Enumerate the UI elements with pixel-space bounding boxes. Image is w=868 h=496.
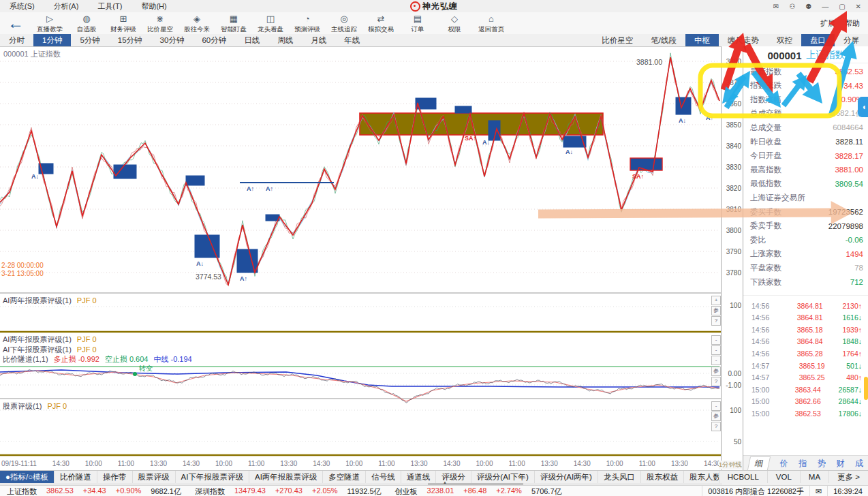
bottom-tab-5[interactable]: AI两年报股票评级	[249, 471, 323, 483]
period-tab-0[interactable]: 分时	[0, 34, 33, 46]
menu-item-2[interactable]: 工具(T)	[88, 1, 131, 12]
panel-button-1[interactable]: 参	[711, 306, 721, 315]
user-icon[interactable]: ⚇	[789, 3, 795, 10]
toolbar-item-1[interactable]: ◍自选股	[68, 14, 105, 33]
toolbar-item-4[interactable]: ◈股往今来	[179, 14, 215, 33]
panel-button-4[interactable]: -	[711, 345, 721, 355]
view-tab-1[interactable]: 笔/线段	[642, 34, 685, 46]
view-tab-4[interactable]: 双控	[768, 34, 801, 46]
period-tab-9[interactable]: 年线	[335, 34, 369, 46]
view-tab-0[interactable]: 比价星空	[593, 34, 642, 46]
bottom-tab-9[interactable]: 评级分	[436, 471, 471, 483]
quote-label-1: 指数涨跌	[750, 80, 781, 91]
bottom-tab-4[interactable]: AI下年报股票评级	[176, 471, 249, 483]
toolbar-item-12[interactable]: ⌂返回首页	[473, 14, 510, 33]
toolbar-item-6[interactable]: ◫龙头看盘	[252, 14, 289, 33]
tick-row-5: 14:573865.19501↓	[743, 360, 868, 371]
panel-button-2[interactable]: ?	[711, 316, 721, 326]
quote-row-13: 上涨家数1494	[743, 247, 868, 261]
toolbar-item-0[interactable]: ▷直播教学	[31, 14, 68, 33]
toolbar-item-3[interactable]: ⋇比价星空	[142, 14, 179, 33]
period-tab-3[interactable]: 15分钟	[109, 34, 151, 46]
period-tab-2[interactable]: 5分钟	[71, 34, 108, 46]
bottom-tab-6[interactable]: 多空隧道	[323, 471, 366, 483]
mini-tab-5[interactable]: 成	[855, 458, 863, 469]
tick-time-3: 14:56	[751, 337, 777, 345]
bottom-tab-10[interactable]: 评级分(AI下年)	[471, 471, 535, 483]
period-tab-1[interactable]: 1分钟	[33, 34, 71, 46]
panel-button-6[interactable]: 参	[711, 367, 721, 376]
toolbar-label-8: 主线追踪	[331, 26, 357, 33]
bottom-tab-13[interactable]: 股东权益	[641, 471, 684, 483]
panel-button-5[interactable]: -	[711, 356, 721, 365]
toolbar-item-10[interactable]: ▤订单	[399, 14, 436, 33]
panel-button-7[interactable]: ?	[711, 377, 721, 386]
mail-icon[interactable]: ✉	[773, 3, 779, 10]
toolbar-item-5[interactable]: ▦智能盯盘	[215, 14, 252, 33]
mini-tab-3[interactable]: 势	[818, 458, 826, 469]
indicator-button-1[interactable]: VOL	[767, 471, 800, 483]
panel-button-9[interactable]: 参	[711, 412, 721, 421]
toolbar-label-10: 订单	[412, 26, 424, 33]
menu-item-3[interactable]: 帮助(H)	[131, 1, 176, 12]
tick-volume-3: 1848↓	[842, 337, 862, 345]
toolbar-item-2[interactable]: ⊞财务评级	[105, 14, 142, 33]
datetime-label-0: 2-28 00:00:00	[1, 262, 44, 269]
quote-value-6: 3828.17	[835, 152, 863, 160]
toolbar-right-1[interactable]: 帮助	[845, 18, 860, 29]
indicator-button-2[interactable]: MA	[800, 471, 828, 483]
period-tab-4[interactable]: 30分钟	[151, 34, 193, 46]
minimize-icon[interactable]: —	[822, 3, 828, 10]
indicator-button-3[interactable]: 更多 >	[828, 471, 868, 483]
bottom-tab-14[interactable]: 股东人数	[684, 471, 719, 483]
main-chart[interactable]: A↓A↓A↑A↑A↑SA↑A↓A↓SA↑A↓A↑3881.003774.53转变	[0, 46, 721, 470]
menu-item-0[interactable]: 系统(S)	[0, 1, 44, 12]
mini-tab-0[interactable]: 细	[747, 456, 771, 470]
view-tab-3[interactable]: 缠尺走势	[719, 34, 768, 46]
toolbar-item-8[interactable]: ◎主线追踪	[326, 14, 362, 33]
tick-time-4: 14:56	[751, 350, 777, 358]
mini-tab-2[interactable]: 指	[799, 458, 807, 469]
toolbar-item-9[interactable]: ⇄模拟交易	[362, 14, 399, 33]
mini-tab-4[interactable]: 财	[836, 458, 844, 469]
floating-widget-icon[interactable]: ◖	[858, 97, 868, 117]
bottom-tab-0[interactable]: ●指标/○模板	[0, 471, 55, 483]
bottom-tab-12[interactable]: 龙头风口	[598, 471, 641, 483]
tick-scrollbar-thumb[interactable]	[864, 377, 868, 400]
indicator-button-0[interactable]: HCBOLL	[719, 471, 767, 483]
view-tab-5[interactable]: 盘口	[801, 34, 835, 46]
back-button[interactable]: ←	[0, 14, 31, 33]
toolbar-item-7[interactable]: ◔预测评级	[289, 14, 326, 33]
tick-price-7: 3863.44	[777, 386, 839, 394]
toolbar-item-11[interactable]: ◇权限	[436, 14, 473, 33]
view-tab-2[interactable]: 中枢	[685, 34, 719, 46]
skin-icon[interactable]: ⚉	[805, 3, 811, 10]
bottom-tab-8[interactable]: 通道线	[401, 471, 437, 483]
panel-button-0[interactable]: +	[711, 296, 721, 305]
price-label-4: 3840	[726, 142, 741, 150]
status-group-2: 创业板3238.01+86.48+2.74%5706.7亿	[388, 486, 569, 496]
period-tab-8[interactable]: 月线	[302, 34, 335, 46]
bottom-tab-1[interactable]: 比价隧道	[55, 471, 97, 483]
bottom-tab-7[interactable]: 信号线	[366, 471, 401, 483]
status-mail-icon[interactable]: ✉	[809, 486, 827, 496]
view-tab-6[interactable]: 分屏	[835, 34, 868, 46]
panel-button-8[interactable]: -	[711, 401, 721, 411]
period-tab-6[interactable]: 日线	[235, 34, 268, 46]
restore-icon[interactable]: ▢	[839, 3, 845, 10]
toolbar-label-11: 权限	[448, 26, 461, 33]
bottom-tab-3[interactable]: 股票评级	[133, 471, 176, 483]
time-tick-19: 11:00	[639, 460, 655, 467]
bottom-tab-2[interactable]: 操作带	[97, 471, 133, 483]
toolbar-right-0[interactable]: 扩展	[820, 18, 835, 29]
panel-button-10[interactable]: ?	[711, 422, 721, 431]
menu-item-1[interactable]: 分析(A)	[44, 1, 89, 12]
close-icon[interactable]: ✕	[856, 3, 861, 10]
period-tab-5[interactable]: 60分钟	[193, 34, 235, 46]
panel-button-3[interactable]: -	[711, 335, 721, 345]
time-tick-7: 11:00	[248, 460, 264, 467]
time-tick-16: 13:30	[541, 460, 558, 467]
mini-tab-1[interactable]: 价	[779, 458, 788, 469]
period-tab-7[interactable]: 周线	[268, 34, 302, 46]
bottom-tab-11[interactable]: 评级分(AI两年)	[535, 471, 598, 483]
